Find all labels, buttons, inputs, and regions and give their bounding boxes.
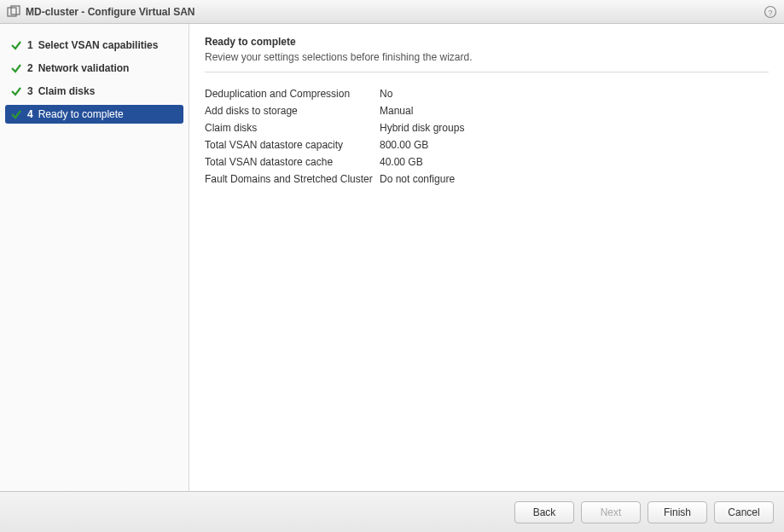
wizard-sidebar: 1 Select VSAN capabilities 2 Network val… xyxy=(0,24,189,491)
check-icon xyxy=(10,108,22,120)
check-icon xyxy=(10,85,22,97)
cluster-icon xyxy=(7,5,20,19)
summary-row: Deduplication and Compression No xyxy=(205,88,769,100)
sidebar-step-claim-disks[interactable]: 3 Claim disks xyxy=(5,82,183,101)
finish-button[interactable]: Finish xyxy=(648,501,707,523)
divider xyxy=(205,72,769,72)
step-label: Ready to complete xyxy=(38,108,124,120)
step-number: 2 xyxy=(27,62,33,74)
summary-value: Manual xyxy=(380,105,769,117)
cancel-button[interactable]: Cancel xyxy=(714,501,774,523)
summary-value: No xyxy=(380,88,769,100)
summary-value: Hybrid disk groups xyxy=(380,122,769,134)
step-number: 1 xyxy=(27,39,33,51)
sidebar-step-ready-to-complete[interactable]: 4 Ready to complete xyxy=(5,105,183,124)
content-heading: Ready to complete xyxy=(205,36,769,48)
step-label: Claim disks xyxy=(38,85,96,97)
summary-label: Claim disks xyxy=(205,122,380,134)
next-button: Next xyxy=(581,501,641,523)
summary-row: Fault Domains and Stretched Cluster Do n… xyxy=(205,173,769,185)
check-icon xyxy=(10,62,22,74)
sidebar-step-network-validation[interactable]: 2 Network validation xyxy=(5,59,183,78)
sidebar-step-select-vsan-capabilities[interactable]: 1 Select VSAN capabilities xyxy=(5,36,183,55)
wizard-footer: Back Next Finish Cancel xyxy=(0,491,784,532)
summary-value: Do not configure xyxy=(380,173,769,185)
summary-label: Add disks to storage xyxy=(205,105,380,117)
svg-text:?: ? xyxy=(768,8,772,16)
main-area: 1 Select VSAN capabilities 2 Network val… xyxy=(0,24,784,491)
summary-label: Fault Domains and Stretched Cluster xyxy=(205,173,380,185)
summary-row: Claim disks Hybrid disk groups xyxy=(205,122,769,134)
step-number: 3 xyxy=(27,85,33,97)
step-label: Network validation xyxy=(38,62,130,74)
step-label: Select VSAN capabilities xyxy=(38,39,159,51)
titlebar: MD-cluster - Configure Virtual SAN ? xyxy=(0,0,784,24)
summary-row: Add disks to storage Manual xyxy=(205,105,769,117)
summary-row: Total VSAN datastore cache 40.00 GB xyxy=(205,156,769,168)
wizard-content: Ready to complete Review your settings s… xyxy=(189,24,784,491)
summary-label: Total VSAN datastore capacity xyxy=(205,139,380,151)
help-icon[interactable]: ? xyxy=(764,5,777,19)
content-subtext: Review your settings selections before f… xyxy=(205,51,769,63)
back-button[interactable]: Back xyxy=(514,501,574,523)
check-icon xyxy=(10,39,22,51)
summary-value: 40.00 GB xyxy=(380,156,769,168)
summary-label: Total VSAN datastore cache xyxy=(205,156,380,168)
summary-table: Deduplication and Compression No Add dis… xyxy=(205,88,769,185)
summary-label: Deduplication and Compression xyxy=(205,88,380,100)
summary-row: Total VSAN datastore capacity 800.00 GB xyxy=(205,139,769,151)
step-number: 4 xyxy=(27,108,33,120)
window-title: MD-cluster - Configure Virtual SAN xyxy=(26,6,764,18)
summary-value: 800.00 GB xyxy=(380,139,769,151)
